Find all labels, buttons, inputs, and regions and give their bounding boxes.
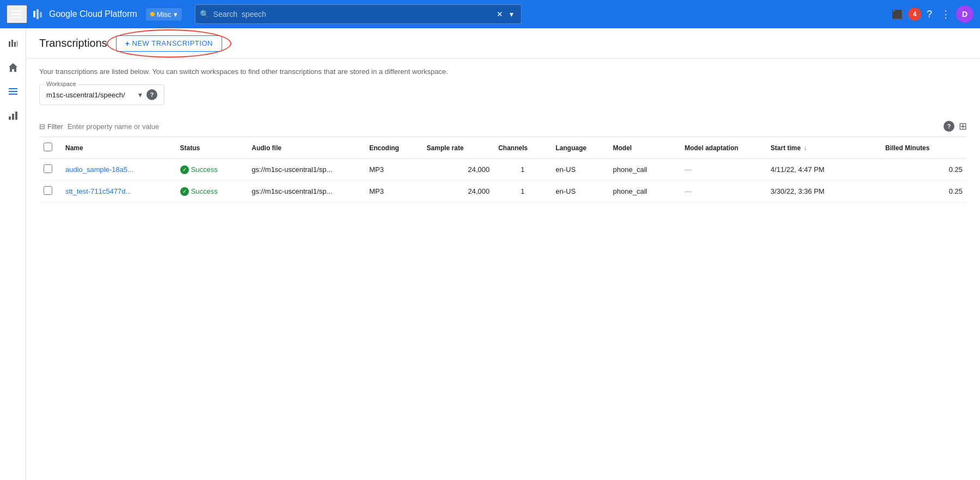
row-start-time: 4/11/22, 4:47 PM bbox=[766, 159, 881, 181]
project-name: Misc bbox=[157, 10, 171, 19]
col-header-start-time[interactable]: Start time ↓ bbox=[766, 137, 881, 159]
filter-button[interactable]: ⊟ Filter bbox=[39, 122, 63, 131]
filter-bar: ⊟ Filter ? ⊞ bbox=[39, 116, 967, 137]
table-row: audio_sample-18a5... ✓ Success gs://m1sc… bbox=[39, 159, 967, 181]
row-audio-file: gs://m1sc-uscentral1/sp... bbox=[247, 159, 365, 181]
menu-button[interactable] bbox=[7, 5, 27, 23]
row-language: en-US bbox=[551, 181, 608, 202]
row-name: stt_test-711c5477d... bbox=[61, 181, 176, 202]
row-model-adaptation: — bbox=[680, 181, 766, 202]
col-header-channels[interactable]: Channels bbox=[494, 137, 551, 159]
list-icon bbox=[8, 86, 19, 97]
row-name-link[interactable]: audio_sample-18a5... bbox=[65, 165, 133, 174]
filter-help-button[interactable]: ? bbox=[944, 121, 954, 132]
workspace-select[interactable]: m1sc-uscentral1/speech/ bbox=[46, 91, 134, 99]
filter-actions: ? ⊞ bbox=[944, 120, 967, 132]
row-language: en-US bbox=[551, 159, 608, 181]
sidebar-item-home[interactable] bbox=[2, 57, 24, 78]
new-transcription-label: NEW TRANSCRIPTION bbox=[132, 39, 213, 47]
project-selector[interactable]: Misc ▾ bbox=[146, 8, 182, 21]
columns-toggle-button[interactable]: ⊞ bbox=[959, 120, 967, 132]
success-icon: ✓ bbox=[180, 187, 189, 196]
gcp-logo-icon bbox=[32, 8, 45, 21]
workspace-selector-group: Workspace m1sc-uscentral1/speech/ ▾ ? bbox=[39, 84, 164, 105]
svg-rect-3 bbox=[9, 41, 10, 47]
row-name-link[interactable]: stt_test-711c5477d... bbox=[65, 187, 131, 195]
top-bar: Google Cloud Platform Misc ▾ 🔍 ✕ ▾ ⬛ 4 ?… bbox=[0, 0, 980, 28]
select-all-checkbox[interactable] bbox=[44, 143, 52, 151]
top-bar-actions: ⬛ 4 ? ⋮ D bbox=[889, 5, 973, 23]
project-dot-icon bbox=[150, 12, 155, 16]
row-model-adaptation: — bbox=[680, 159, 766, 181]
svg-rect-5 bbox=[14, 42, 16, 47]
bars-icon bbox=[8, 38, 19, 49]
sidebar-item-transcriptions[interactable] bbox=[2, 81, 24, 102]
svg-rect-12 bbox=[15, 112, 17, 120]
workspace-label: Workspace bbox=[44, 81, 78, 87]
sidebar-item-audio[interactable] bbox=[2, 33, 24, 54]
col-header-audio-file[interactable]: Audio file bbox=[247, 137, 365, 159]
svg-rect-7 bbox=[9, 88, 17, 89]
row-name: audio_sample-18a5... bbox=[61, 159, 176, 181]
status-label: Success bbox=[191, 165, 218, 174]
col-header-model[interactable]: Model bbox=[609, 137, 681, 159]
select-all-header bbox=[39, 137, 61, 159]
svg-rect-11 bbox=[12, 114, 14, 120]
svg-rect-4 bbox=[11, 40, 13, 47]
svg-rect-1 bbox=[36, 9, 39, 19]
col-header-billed-minutes[interactable]: Billed Minutes bbox=[881, 137, 967, 159]
page-content: Your transcriptions are listed below. Yo… bbox=[26, 59, 980, 211]
notifications-badge[interactable]: 4 bbox=[908, 8, 921, 21]
chart-icon bbox=[8, 110, 19, 121]
col-header-name[interactable]: Name bbox=[61, 137, 176, 159]
avatar[interactable]: D bbox=[956, 5, 973, 23]
workspace-dropdown-icon: ▾ bbox=[138, 90, 142, 99]
svg-rect-2 bbox=[40, 12, 42, 17]
col-header-model-adaptation[interactable]: Model adaptation bbox=[680, 137, 766, 159]
svg-rect-8 bbox=[9, 91, 17, 92]
page-description: Your transcriptions are listed below. Yo… bbox=[39, 67, 967, 76]
filter-input[interactable] bbox=[68, 122, 939, 131]
row-encoding: MP3 bbox=[365, 159, 422, 181]
row-model: phone_call bbox=[609, 181, 681, 202]
status-label: Success bbox=[191, 187, 218, 195]
row-checkbox[interactable] bbox=[44, 186, 52, 195]
row-sample-rate: 24,000 bbox=[422, 159, 494, 181]
col-header-sample-rate[interactable]: Sample rate bbox=[422, 137, 494, 159]
success-icon: ✓ bbox=[180, 165, 189, 174]
col-header-encoding[interactable]: Encoding bbox=[365, 137, 422, 159]
page-title: Transcriptions bbox=[39, 37, 107, 50]
search-clear-button[interactable]: ✕ bbox=[493, 7, 506, 22]
app-logo: Google Cloud Platform bbox=[32, 8, 137, 21]
row-billed-minutes: 0.25 bbox=[881, 159, 967, 181]
cloud-shell-button[interactable]: ⬛ bbox=[889, 6, 906, 23]
page-header: Transcriptions + NEW TRANSCRIPTION bbox=[26, 28, 980, 59]
row-checkbox-cell[interactable] bbox=[39, 181, 61, 202]
search-expand-button[interactable]: ▾ bbox=[506, 7, 517, 22]
search-bar: 🔍 ✕ ▾ bbox=[195, 4, 522, 24]
row-start-time: 3/30/22, 3:36 PM bbox=[766, 181, 881, 202]
row-channels: 1 bbox=[494, 159, 551, 181]
help-button[interactable]: ? bbox=[923, 5, 935, 23]
row-model: phone_call bbox=[609, 159, 681, 181]
more-options-button[interactable]: ⋮ bbox=[938, 5, 954, 23]
workspace-help-button[interactable]: ? bbox=[146, 89, 157, 100]
col-header-status[interactable]: Status bbox=[176, 137, 248, 159]
row-checkbox-cell[interactable] bbox=[39, 159, 61, 181]
table-row: stt_test-711c5477d... ✓ Success gs://m1s… bbox=[39, 181, 967, 202]
search-input[interactable] bbox=[209, 10, 493, 19]
col-header-language[interactable]: Language bbox=[551, 137, 608, 159]
sidebar-item-analytics[interactable] bbox=[2, 104, 24, 126]
workspace-selector-row: m1sc-uscentral1/speech/ ▾ ? bbox=[46, 89, 157, 100]
row-checkbox[interactable] bbox=[44, 164, 52, 173]
search-icon: 🔍 bbox=[200, 10, 209, 19]
new-transcription-button[interactable]: + NEW TRANSCRIPTION bbox=[116, 35, 222, 52]
sort-icon: ↓ bbox=[804, 144, 807, 152]
filter-icon: ⊟ bbox=[39, 122, 45, 131]
new-transcription-plus-icon: + bbox=[125, 39, 130, 48]
table-body: audio_sample-18a5... ✓ Success gs://m1sc… bbox=[39, 159, 967, 202]
row-audio-file: gs://m1sc-uscentral1/sp... bbox=[247, 181, 365, 202]
svg-rect-10 bbox=[9, 116, 11, 120]
transcriptions-table: Name Status Audio file Encoding Sample r… bbox=[39, 137, 967, 202]
row-sample-rate: 24,000 bbox=[422, 181, 494, 202]
